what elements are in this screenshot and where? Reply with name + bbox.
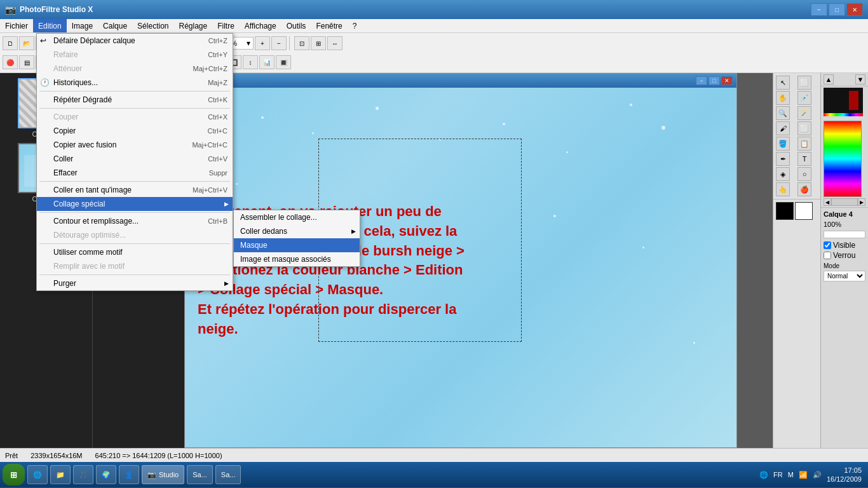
menu-coller[interactable]: Coller Ctrl+V <box>37 152 233 166</box>
taskbar-sa1[interactable]: Sa... <box>187 465 213 484</box>
tb2-2[interactable]: ▤ <box>19 55 34 69</box>
tool-eyedropper[interactable]: 💉 <box>797 91 811 105</box>
open-button[interactable]: 📂 <box>19 36 34 50</box>
taskbar-media[interactable]: 🎵 <box>73 465 93 484</box>
menu-filtre[interactable]: Filtre <box>212 19 240 32</box>
tool-text[interactable]: T <box>797 152 811 166</box>
zoom-in-btn[interactable]: + <box>255 36 270 50</box>
defaire-key: Ctrl+Z <box>202 37 227 44</box>
tool-brush[interactable]: 🖌 <box>776 121 790 135</box>
layer-opacity-slider[interactable] <box>824 231 865 238</box>
doc-close[interactable]: ✕ <box>721 76 733 85</box>
tool-transform[interactable]: ⬜ <box>797 76 811 90</box>
tool-eraser[interactable]: ⬜ <box>797 121 811 135</box>
taskbar-explorer[interactable]: 📁 <box>50 465 71 484</box>
tool-fill[interactable]: 🪣 <box>776 137 790 151</box>
tb-view-2[interactable]: ⊞ <box>311 36 326 50</box>
tool-blur[interactable]: ○ <box>797 167 811 181</box>
snow-3 <box>312 132 314 134</box>
layer-visible-check[interactable]: Visible <box>824 241 865 250</box>
tool-sharpen[interactable]: ◈ <box>776 167 790 181</box>
tool-zoom-tool[interactable]: 🔍 <box>776 106 790 120</box>
menu-copier[interactable]: Copier Ctrl+C <box>37 124 233 138</box>
layer-verrou-check[interactable]: Verrou <box>824 251 865 260</box>
zoom-dropdown-icon[interactable]: ▾ <box>247 39 250 48</box>
background-color[interactable] <box>795 202 813 220</box>
menu-collage-special[interactable]: Collage spécial <box>37 197 233 211</box>
locale-flag: 🌐 <box>759 471 768 479</box>
maximize-button[interactable]: □ <box>829 3 845 16</box>
tool-smudge[interactable]: 👆 <box>776 182 790 196</box>
menu-purger[interactable]: Purger <box>37 276 233 290</box>
tb-view-1[interactable]: ⊡ <box>294 36 309 50</box>
tool-pen[interactable]: ✒ <box>776 152 790 166</box>
attenuer-label: Atténuer <box>53 64 82 73</box>
menu-aide[interactable]: ? <box>348 19 362 32</box>
color-scrollbar[interactable] <box>831 198 858 206</box>
menu-effacer[interactable]: Effacer Suppr <box>37 166 233 180</box>
sep-3 <box>39 181 230 182</box>
utiliser-motif-label: Utiliser comme motif <box>53 248 123 257</box>
tb2-15[interactable]: 📊 <box>259 55 275 69</box>
verrou-label: Verrou <box>833 251 855 260</box>
menu-edition[interactable]: Edition <box>33 19 67 32</box>
menu-defaire[interactable]: ↩ Défaire Déplacer calque Ctrl+Z <box>37 34 233 48</box>
menu-coller-image[interactable]: Coller en tant qu'image Maj+Ctrl+V <box>37 183 233 197</box>
studio-label: Studio <box>159 471 179 478</box>
contour-label: Contour et remplissage... <box>53 217 139 226</box>
layer-opacity-value: 100% <box>824 220 865 228</box>
doc-maximize[interactable]: □ <box>709 76 720 85</box>
menu-copier-fusion[interactable]: Copier avec fusion Maj+Ctrl+C <box>37 138 233 152</box>
sub-image-masque[interactable]: Image et masque associés <box>234 252 360 266</box>
menu-historiques[interactable]: 🕐 Historiques... Maj+Z <box>37 76 233 90</box>
menu-outils[interactable]: Outils <box>281 19 311 32</box>
tool-select[interactable]: ↖ <box>776 76 790 90</box>
close-button[interactable]: ✕ <box>846 3 863 16</box>
taskbar-sa2[interactable]: Sa... <box>215 465 241 484</box>
taskbar-studio[interactable]: 📷 Studio <box>142 465 184 484</box>
historiques-icon: 🕐 <box>40 78 50 87</box>
menu-repeter[interactable]: Répéter Dégradé Ctrl+K <box>37 93 233 107</box>
verrou-checkbox[interactable] <box>824 252 831 259</box>
tb2-1[interactable]: 🔴 <box>3 55 18 69</box>
mode-select[interactable]: Normal <box>824 271 865 281</box>
new-button[interactable]: 🗋 <box>3 36 18 50</box>
doc-minimize[interactable]: − <box>696 76 707 85</box>
color-scroll-right[interactable]: ▶ <box>858 198 865 206</box>
title-bar: 📷 PhotoFiltre Studio X − □ ✕ <box>0 0 868 19</box>
tool-wand[interactable]: 🪄 <box>797 106 811 120</box>
sub-coller-dedans[interactable]: Coller dedans <box>234 224 360 238</box>
menu-fichier[interactable]: Fichier <box>0 19 33 32</box>
zoom-out-btn[interactable]: − <box>271 36 287 50</box>
sub-masque[interactable]: Masque <box>234 238 360 252</box>
tool-burn[interactable]: 🍎 <box>797 182 811 196</box>
color-gradient-area: ◀ ▶ <box>821 119 868 207</box>
start-button[interactable]: ⊞ <box>3 464 25 485</box>
tb-view-3[interactable]: ↔ <box>327 36 342 50</box>
menu-fenetre[interactable]: Fenêtre <box>311 19 347 32</box>
menu-utiliser-motif[interactable]: Utiliser comme motif <box>37 245 233 259</box>
taskbar: ⊞ 🌐 📁 🎵 🌍 👤 📷 Studio Sa... Sa... 🌐 FR M … <box>0 462 868 487</box>
menu-calque[interactable]: Calque <box>98 19 132 32</box>
color-up-btn[interactable]: ▲ <box>824 74 834 85</box>
copier-fusion-label: Copier avec fusion <box>53 140 116 149</box>
tool-hand[interactable]: ✋ <box>776 91 790 105</box>
menu-affichage[interactable]: Affichage <box>240 19 281 32</box>
menu-reglage[interactable]: Réglage <box>173 19 212 32</box>
color-down-btn[interactable]: ▼ <box>855 74 865 85</box>
color-gradient-strip[interactable] <box>824 121 862 197</box>
menu-selection[interactable]: Sélection <box>132 19 173 32</box>
visible-checkbox[interactable] <box>824 241 831 249</box>
taskbar-ie[interactable]: 🌐 <box>27 465 48 484</box>
menu-image[interactable]: Image <box>67 19 98 32</box>
tb2-16[interactable]: 🔳 <box>276 55 291 69</box>
minimize-button[interactable]: − <box>811 3 827 16</box>
taskbar-app2[interactable]: 👤 <box>119 465 139 484</box>
color-scroll-left[interactable]: ◀ <box>824 198 831 206</box>
taskbar-app1[interactable]: 🌍 <box>96 465 116 484</box>
tb2-14[interactable]: ↕ <box>243 55 258 69</box>
menu-contour[interactable]: Contour et remplissage... Ctrl+B <box>37 214 233 228</box>
collage-submenu: Assembler le collage... Coller dedans Ma… <box>233 210 360 267</box>
tool-clone[interactable]: 📋 <box>797 137 811 151</box>
foreground-color[interactable] <box>776 202 794 220</box>
